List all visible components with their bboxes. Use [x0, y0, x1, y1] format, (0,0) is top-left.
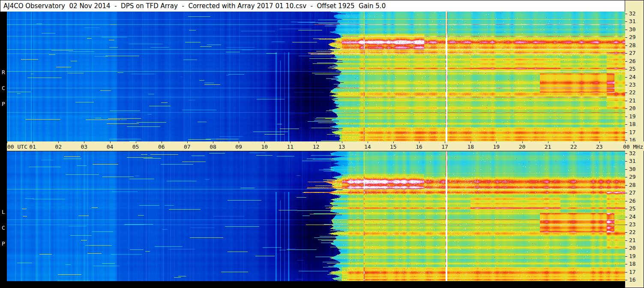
- time-axis-hour-label: 11: [287, 144, 294, 150]
- time-axis-tick: [162, 141, 162, 143]
- time-axis-tick: [7, 141, 7, 143]
- freq-axis-label: 22: [629, 229, 636, 235]
- freq-axis-label: 19: [629, 253, 636, 259]
- time-axis-tick: [213, 141, 213, 143]
- freq-axis-label: 25: [629, 66, 636, 72]
- freq-axis-tick: [625, 124, 627, 125]
- time-axis-tick: [316, 141, 317, 143]
- freq-axis-label: 16: [629, 277, 636, 282]
- time-axis-tick: [33, 141, 33, 143]
- time-axis-hour-label: 10: [261, 144, 268, 150]
- freq-axis-tick: [625, 193, 627, 193]
- freq-axis-label: 19: [629, 114, 636, 119]
- freq-axis-tick: [625, 264, 627, 264]
- rcp-spectrogram: [7, 12, 625, 141]
- time-axis-hour-label: 04: [107, 144, 114, 150]
- time-axis-tick: [58, 141, 59, 143]
- time-axis-tick: [419, 141, 419, 143]
- freq-axis-tick: [625, 61, 627, 62]
- time-axis-tick: [548, 141, 548, 143]
- time-axis-tick: [187, 141, 188, 143]
- freq-axis-label: 29: [629, 174, 636, 180]
- freq-axis-tick: [625, 108, 627, 109]
- freq-axis-label: 26: [629, 58, 636, 64]
- freq-axis-label: 29: [629, 34, 636, 40]
- freq-axis-label: 26: [629, 198, 636, 204]
- freq-axis-tick: [625, 77, 627, 78]
- freq-axis-label: 31: [629, 158, 636, 164]
- time-axis-hour-label: 12: [313, 144, 320, 150]
- freq-axis-label: 20: [629, 245, 636, 251]
- time-axis-tick: [136, 141, 136, 143]
- time-axis-tick: [84, 141, 84, 143]
- freq-axis-tick: [625, 53, 627, 54]
- freq-axis-tick: [625, 240, 627, 241]
- freq-axis-tick: [625, 201, 627, 201]
- freq-axis-tick: [625, 256, 627, 257]
- freq-axis-label: 25: [629, 206, 636, 211]
- time-axis-tick: [599, 141, 600, 143]
- freq-axis-label: 18: [629, 261, 636, 267]
- time-axis-hour-label: 18: [467, 144, 474, 150]
- time-axis-hour-label: 05: [132, 144, 139, 150]
- polarization-letter: C: [2, 225, 5, 231]
- time-axis-tick: [470, 141, 471, 143]
- freq-axis-tick: [625, 69, 627, 69]
- freq-axis-tick: [625, 280, 627, 280]
- time-axis-hour-label: 23: [596, 144, 603, 150]
- freq-axis-tick: [625, 272, 627, 273]
- rcp-label: RCP: [0, 23, 7, 153]
- time-axis-hour-label: 07: [184, 144, 191, 150]
- freq-axis-tick: [625, 37, 627, 38]
- freq-axis-tick: [625, 209, 627, 209]
- freq-axis-label: 28: [629, 42, 636, 48]
- polarization-letter: L: [2, 209, 5, 215]
- freq-axis-tick: [625, 169, 627, 170]
- freq-axis-tick: [625, 232, 627, 233]
- time-axis-hour-label: 20: [519, 144, 526, 150]
- time-axis-hour-label: 06: [158, 144, 165, 150]
- time-axis-hour-label: 13: [338, 144, 345, 150]
- freq-axis-label: 27: [629, 190, 636, 195]
- time-axis-hour-label: 15: [390, 144, 397, 150]
- time-axis-tick: [342, 141, 342, 143]
- freq-axis-tick: [625, 132, 627, 133]
- lcp-label: LCP: [0, 163, 7, 288]
- freq-axis-tick: [625, 161, 627, 162]
- time-axis-tick: [239, 141, 239, 143]
- time-axis-end-label: 00 MHz: [623, 144, 643, 150]
- time-axis-hour-label: 02: [55, 144, 62, 150]
- time-axis-tick: [625, 141, 626, 143]
- time-axis-hour-label: 16: [416, 144, 422, 150]
- freq-axis-label: 30: [629, 166, 636, 172]
- time-axis-tick: [574, 141, 574, 143]
- polarization-letter: P: [2, 240, 5, 247]
- time-axis-start-label: 00 UTC: [7, 144, 27, 150]
- freq-axis-tick: [625, 101, 627, 101]
- freq-axis-label: 23: [629, 82, 636, 87]
- time-axis-tick: [368, 141, 368, 143]
- freq-axis-tick: [625, 217, 627, 217]
- time-axis-tick: [393, 141, 394, 143]
- time-axis-tick: [522, 141, 523, 143]
- time-axis-tick: [290, 141, 291, 143]
- polarization-letter: R: [2, 69, 5, 75]
- freq-axis-tick: [625, 177, 627, 177]
- time-axis-tick: [110, 141, 111, 143]
- freq-axis-label: 17: [629, 269, 636, 275]
- freq-axis-tick: [625, 30, 627, 30]
- freq-axis-label: 17: [629, 129, 636, 135]
- time-axis-hour-label: 14: [364, 144, 371, 150]
- spectrograph-page: AJ4CO Observatory 02 Nov 2014 - DPS on T…: [0, 0, 644, 288]
- freq-axis-label: 24: [629, 74, 636, 80]
- freq-axis-label: 22: [629, 90, 636, 95]
- freq-axis-tick: [625, 153, 627, 154]
- freq-axis-tick: [625, 14, 627, 14]
- freq-axis-tick: [625, 117, 627, 117]
- freq-axis-label: 30: [629, 27, 636, 32]
- freq-axis-label: 21: [629, 98, 636, 103]
- polarization-letter: P: [2, 101, 5, 107]
- time-axis-hour-label: 22: [570, 144, 577, 150]
- title-bar: AJ4CO Observatory 02 Nov 2014 - DPS on T…: [0, 0, 625, 12]
- time-axis-tick: [264, 141, 265, 143]
